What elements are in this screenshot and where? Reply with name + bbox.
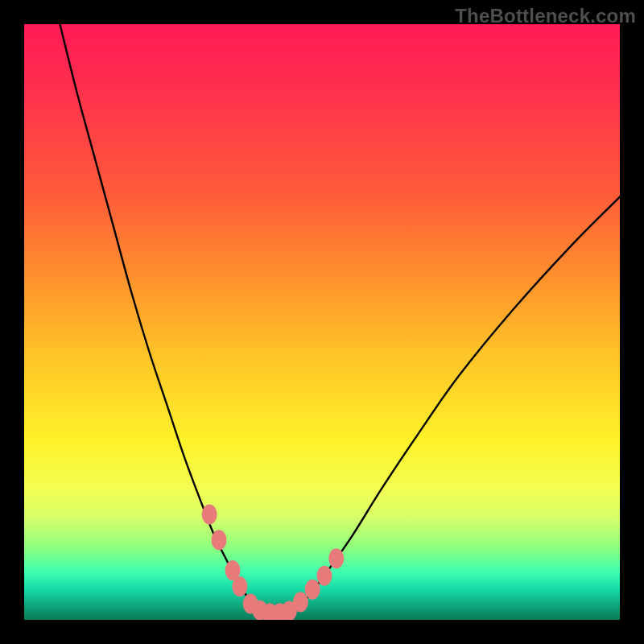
dot-right-upper: [328, 548, 344, 568]
dot-left-mid: [211, 530, 226, 550]
dot-right-low1: [293, 592, 308, 612]
plot-area: [24, 24, 620, 620]
curve-markers: [202, 505, 345, 620]
dot-right-low2: [305, 580, 320, 600]
dot-left-upper: [202, 505, 217, 525]
chart-frame: TheBottleneck.com: [0, 0, 644, 644]
watermark-text: TheBottleneck.com: [455, 5, 636, 27]
dot-left-low2: [232, 576, 247, 597]
dot-right-mid: [316, 566, 332, 586]
bottleneck-curve: [60, 24, 620, 614]
chart-svg: [24, 24, 620, 620]
